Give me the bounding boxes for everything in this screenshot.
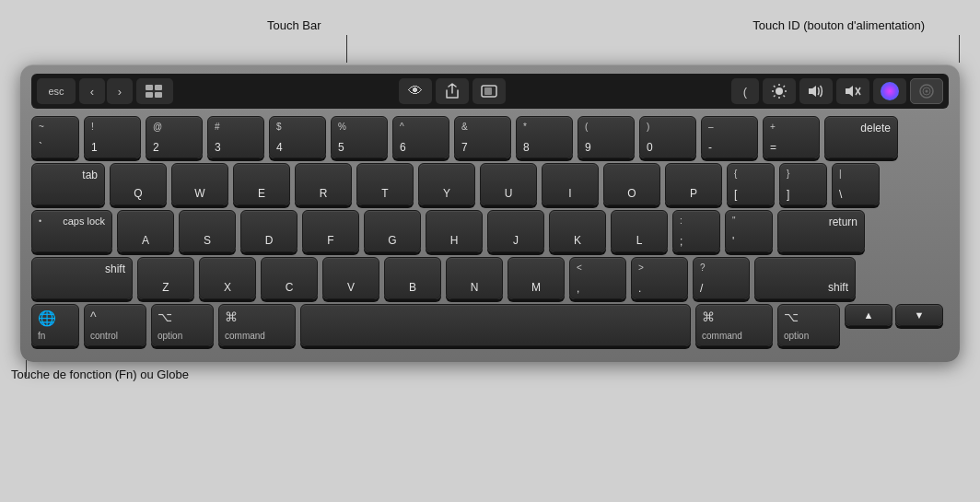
key-j[interactable]: J <box>487 210 544 252</box>
key-3[interactable]: # 3 <box>207 116 264 158</box>
key-return[interactable]: return <box>777 210 865 252</box>
key-m[interactable]: M <box>508 257 565 299</box>
number-row: ~ ` ! 1 @ 2 # 3 $ 4 % 5 <box>31 116 949 158</box>
key-y[interactable]: Y <box>418 163 475 205</box>
label-touchbar: Touch Bar <box>267 18 321 32</box>
svg-line-13 <box>784 86 786 88</box>
svg-marker-16 <box>846 86 853 97</box>
touchid-callout-line <box>959 35 960 63</box>
key-command-left[interactable]: ⌘ command <box>218 304 296 346</box>
key-c[interactable]: C <box>261 257 318 299</box>
top-labels: Touch Bar Touch ID (bouton d'alimentatio… <box>0 18 980 64</box>
tb-brightness-key[interactable] <box>763 78 796 104</box>
key-i[interactable]: I <box>542 163 599 205</box>
key-delete[interactable]: delete <box>824 116 898 158</box>
key-control[interactable]: ^ control <box>84 304 146 346</box>
key-4[interactable]: $ 4 <box>269 116 326 158</box>
key-n[interactable]: N <box>446 257 503 299</box>
svg-rect-2 <box>146 92 153 98</box>
tb-share-key[interactable] <box>436 78 469 104</box>
key-u[interactable]: U <box>480 163 537 205</box>
svg-line-11 <box>774 86 776 88</box>
asdf-row: • caps lock A S D F G H J K L : ; " ' re… <box>31 210 949 252</box>
key-l[interactable]: L <box>611 210 668 252</box>
modifier-row: 🌐 fn ^ control ⌥ option ⌘ command ⌘ <box>31 304 949 346</box>
key-open-bracket[interactable]: { [ <box>727 163 775 205</box>
key-option-right[interactable]: ⌥ option <box>777 304 840 346</box>
label-fn: Touche de fonction (Fn) ou Globe <box>11 368 189 381</box>
tb-window-key[interactable] <box>472 78 506 104</box>
tb-touchid-key[interactable] <box>910 78 943 104</box>
key-q[interactable]: Q <box>110 163 167 205</box>
bottom-labels: Touche de fonction (Fn) ou Globe <box>0 368 980 395</box>
touchbar: esc ‹ › 👁 <box>31 74 949 109</box>
tb-paren-key[interactable]: ( <box>731 78 759 104</box>
key-o[interactable]: O <box>603 163 660 205</box>
key-period[interactable]: > . <box>631 257 688 299</box>
key-e[interactable]: E <box>233 163 290 205</box>
svg-marker-15 <box>809 86 816 97</box>
key-semicolon[interactable]: : ; <box>672 210 720 252</box>
svg-rect-1 <box>155 85 162 90</box>
key-d[interactable]: D <box>240 210 298 252</box>
svg-line-14 <box>774 96 776 98</box>
key-capslock[interactable]: • caps lock <box>31 210 112 252</box>
key-p[interactable]: P <box>665 163 722 205</box>
key-backtick[interactable]: ~ ` <box>31 116 79 158</box>
key-2[interactable]: @ 2 <box>146 116 203 158</box>
key-w[interactable]: W <box>171 163 228 205</box>
key-shift-left[interactable]: shift <box>31 257 133 299</box>
key-x[interactable]: X <box>199 257 256 299</box>
tb-appswitch-key[interactable] <box>136 78 173 104</box>
key-option-left[interactable]: ⌥ option <box>151 304 214 346</box>
svg-line-12 <box>784 96 786 98</box>
key-command-right[interactable]: ⌘ command <box>695 304 773 346</box>
zxcv-row: shift Z X C V B N M < , > . ? / shift <box>31 257 949 299</box>
key-h[interactable]: H <box>426 210 483 252</box>
key-5[interactable]: % 5 <box>331 116 388 158</box>
page-wrapper: Touch Bar Touch ID (bouton d'alimentatio… <box>0 0 980 502</box>
tb-siri-key[interactable] <box>873 78 906 104</box>
touchbar-callout-line <box>346 35 347 63</box>
key-quote[interactable]: " ' <box>725 210 773 252</box>
key-a[interactable]: A <box>117 210 174 252</box>
key-0[interactable]: ) 0 <box>639 116 696 158</box>
key-s[interactable]: S <box>179 210 236 252</box>
key-comma[interactable]: < , <box>569 257 626 299</box>
key-9[interactable]: ( 9 <box>578 116 635 158</box>
key-minus[interactable]: – - <box>701 116 758 158</box>
svg-rect-0 <box>146 85 153 90</box>
key-arrow-up[interactable]: ▲ <box>845 304 892 326</box>
tb-eye-key[interactable]: 👁 <box>399 78 432 104</box>
key-k[interactable]: K <box>549 210 606 252</box>
key-z[interactable]: Z <box>137 257 194 299</box>
key-r[interactable]: R <box>295 163 352 205</box>
tb-esc-key[interactable]: esc <box>37 78 76 104</box>
tb-forward-key[interactable]: › <box>107 78 133 104</box>
key-6[interactable]: ^ 6 <box>392 116 449 158</box>
key-t[interactable]: T <box>356 163 414 205</box>
key-shift-right[interactable]: shift <box>754 257 856 299</box>
key-close-bracket[interactable]: } ] <box>779 163 827 205</box>
keyboard: esc ‹ › 👁 <box>20 64 960 362</box>
key-1[interactable]: ! 1 <box>84 116 141 158</box>
key-f[interactable]: F <box>302 210 359 252</box>
key-backslash[interactable]: | \ <box>832 163 880 205</box>
key-g[interactable]: G <box>364 210 421 252</box>
key-arrow-down[interactable]: ▼ <box>895 304 943 326</box>
key-slash[interactable]: ? / <box>693 257 750 299</box>
key-8[interactable]: * 8 <box>516 116 573 158</box>
key-v[interactable]: V <box>322 257 379 299</box>
key-tab[interactable]: tab <box>31 163 105 205</box>
key-equals[interactable]: + = <box>763 116 820 158</box>
arrow-up-down: ▲ ▼ <box>845 304 949 326</box>
key-fn[interactable]: 🌐 fn <box>31 304 79 346</box>
tb-back-key[interactable]: ‹ <box>79 78 105 104</box>
tb-volume-key[interactable] <box>799 78 833 104</box>
key-7[interactable]: & 7 <box>454 116 511 158</box>
svg-point-21 <box>926 90 928 93</box>
tb-arrows: ‹ › <box>79 78 133 104</box>
tb-mute-key[interactable] <box>836 78 869 104</box>
key-space[interactable] <box>300 304 691 346</box>
key-b[interactable]: B <box>384 257 441 299</box>
